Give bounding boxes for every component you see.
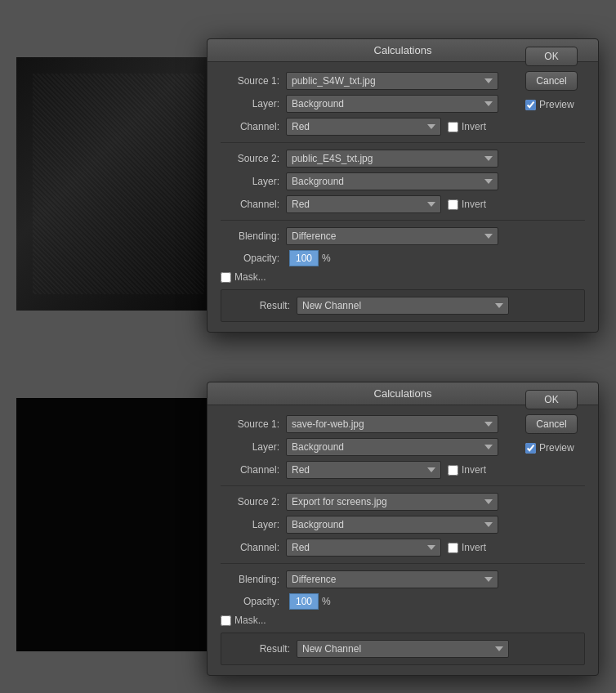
channel1-select[interactable]: Red bbox=[286, 118, 441, 136]
preview-label-top: Preview bbox=[539, 99, 574, 110]
source1-label: Source 1: bbox=[221, 75, 279, 87]
b-invert1-checkbox[interactable] bbox=[448, 465, 458, 476]
canvas-top bbox=[16, 57, 221, 311]
b-layer1-select[interactable]: Background bbox=[286, 438, 498, 456]
b-source2-row: Source 2: Export for screens.jpg bbox=[221, 493, 585, 511]
ok-button-bottom[interactable]: OK bbox=[525, 390, 578, 409]
b-opacity-input[interactable] bbox=[289, 593, 319, 610]
invert1-group: Invert bbox=[448, 121, 486, 132]
dialog-title-text-bottom: Calculations bbox=[374, 387, 432, 400]
b-channel1-label: Channel: bbox=[221, 464, 279, 476]
result-label: Result: bbox=[231, 300, 290, 311]
cancel-button-bottom[interactable]: Cancel bbox=[525, 414, 578, 434]
b-source2-label: Source 2: bbox=[221, 496, 279, 507]
preview-checkbox-top[interactable] bbox=[525, 100, 536, 110]
layer2-label: Layer: bbox=[221, 176, 279, 187]
b-invert1-group: Invert bbox=[448, 464, 486, 476]
invert2-group: Invert bbox=[448, 199, 486, 210]
divider1 bbox=[221, 142, 585, 143]
result-row: Result: New Channel bbox=[231, 297, 574, 315]
opacity-label: Opacity: bbox=[221, 253, 279, 264]
channel1-label: Channel: bbox=[221, 121, 279, 132]
b-opacity-pct: % bbox=[322, 596, 331, 607]
invert2-checkbox[interactable] bbox=[448, 199, 458, 210]
blending-row: Blending: Difference bbox=[221, 227, 585, 245]
layer1-label: Layer: bbox=[221, 98, 279, 110]
b-layer2-select[interactable]: Background bbox=[286, 516, 498, 534]
b-source1-select[interactable]: save-for-web.jpg bbox=[286, 415, 498, 433]
source2-label: Source 2: bbox=[221, 153, 279, 164]
source2-select[interactable]: public_E4S_txt.jpg bbox=[286, 150, 498, 168]
b-result-label: Result: bbox=[231, 643, 290, 655]
result-select[interactable]: New Channel bbox=[297, 297, 509, 315]
b-blending-label: Blending: bbox=[221, 574, 279, 585]
b-opacity-row: Opacity: % bbox=[221, 593, 585, 610]
mask-label: Mask... bbox=[234, 271, 266, 283]
preview-checkbox-bottom[interactable] bbox=[525, 443, 536, 454]
cancel-button-top[interactable]: Cancel bbox=[525, 71, 578, 91]
b-divider1 bbox=[221, 485, 585, 486]
b-source2-select[interactable]: Export for screens.jpg bbox=[286, 493, 498, 511]
b-opacity-label: Opacity: bbox=[221, 596, 279, 607]
blending-select[interactable]: Difference bbox=[286, 227, 498, 245]
preview-row-top: Preview bbox=[525, 99, 578, 110]
invert2-label: Invert bbox=[462, 199, 486, 210]
b-divider2 bbox=[221, 563, 585, 564]
b-mask-checkbox[interactable] bbox=[221, 615, 231, 626]
b-blending-select[interactable]: Difference bbox=[286, 570, 498, 588]
b-invert2-label: Invert bbox=[462, 542, 486, 553]
b-invert2-checkbox[interactable] bbox=[448, 543, 458, 553]
channel2-select[interactable]: Red bbox=[286, 195, 441, 213]
channel1-row: Channel: Red Invert bbox=[221, 118, 585, 136]
b-channel2-row: Channel: Red Invert bbox=[221, 539, 585, 557]
layer2-select[interactable]: Background bbox=[286, 172, 498, 190]
b-layer2-label: Layer: bbox=[221, 519, 279, 530]
b-invert1-label: Invert bbox=[462, 464, 486, 476]
b-blending-row: Blending: Difference bbox=[221, 570, 585, 588]
b-channel2-label: Channel: bbox=[221, 542, 279, 553]
b-channel1-row: Channel: Red Invert bbox=[221, 461, 585, 479]
b-source1-label: Source 1: bbox=[221, 418, 279, 430]
bottom-dialog-buttons: OK Cancel Preview bbox=[525, 390, 578, 454]
b-invert2-group: Invert bbox=[448, 542, 486, 553]
canvas-bottom bbox=[16, 398, 221, 651]
channel2-label: Channel: bbox=[221, 199, 279, 210]
ok-button-top[interactable]: OK bbox=[525, 47, 578, 66]
layer2-row: Layer: Background bbox=[221, 172, 585, 190]
preview-row-bottom: Preview bbox=[525, 442, 578, 454]
b-layer1-label: Layer: bbox=[221, 441, 279, 453]
source1-select[interactable]: public_S4W_txt.jpg bbox=[286, 72, 498, 90]
mask-row: Mask... bbox=[221, 271, 585, 283]
opacity-pct: % bbox=[322, 253, 331, 264]
invert1-label: Invert bbox=[462, 121, 486, 132]
b-result-select[interactable]: New Channel bbox=[297, 640, 509, 658]
opacity-row: Opacity: % bbox=[221, 250, 585, 266]
result-section: Result: New Channel bbox=[221, 289, 585, 322]
invert1-checkbox[interactable] bbox=[448, 122, 458, 132]
channel2-row: Channel: Red Invert bbox=[221, 195, 585, 213]
dialog-title-text-top: Calculations bbox=[374, 44, 432, 56]
b-result-section: Result: New Channel bbox=[221, 633, 585, 665]
b-mask-label: Mask... bbox=[234, 615, 266, 626]
layer1-select[interactable]: Background bbox=[286, 95, 498, 113]
blending-label: Blending: bbox=[221, 230, 279, 242]
source2-row: Source 2: public_E4S_txt.jpg bbox=[221, 150, 585, 168]
canvas-image-top bbox=[16, 57, 221, 311]
b-channel2-select[interactable]: Red bbox=[286, 539, 441, 557]
preview-label-bottom: Preview bbox=[539, 442, 574, 454]
top-dialog-buttons: OK Cancel Preview bbox=[525, 47, 578, 110]
mask-checkbox[interactable] bbox=[221, 272, 231, 283]
b-channel1-select[interactable]: Red bbox=[286, 461, 441, 479]
opacity-input[interactable] bbox=[289, 250, 319, 266]
b-mask-row: Mask... bbox=[221, 615, 585, 626]
b-layer2-row: Layer: Background bbox=[221, 516, 585, 534]
b-result-row: Result: New Channel bbox=[231, 640, 574, 658]
divider2 bbox=[221, 220, 585, 221]
